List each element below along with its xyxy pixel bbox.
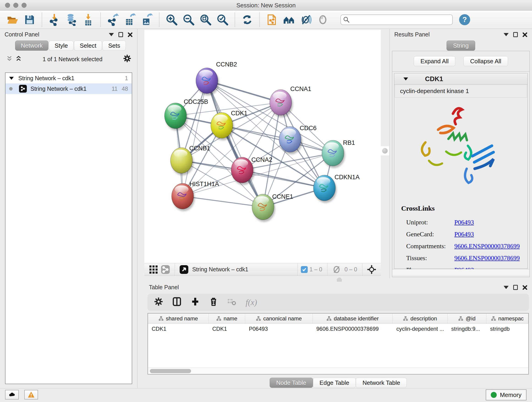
- import-network-database-button[interactable]: [64, 12, 78, 27]
- panel-float-icon[interactable]: [513, 285, 518, 290]
- table-cell[interactable]: CDK1: [148, 324, 209, 334]
- grid-view-icon[interactable]: [149, 265, 158, 274]
- zoom-out-button[interactable]: [181, 12, 196, 27]
- delete-column-icon[interactable]: [209, 297, 218, 307]
- network-node-RB1[interactable]: RB1: [322, 139, 355, 168]
- column-header-shared-name[interactable]: shared name: [148, 313, 209, 323]
- search-icon: [343, 17, 350, 23]
- column-header-namespac[interactable]: namespac: [486, 313, 528, 323]
- tab-style[interactable]: Style: [49, 41, 74, 51]
- zoom-fit-button[interactable]: [198, 12, 213, 27]
- network-options-gear-icon[interactable]: [123, 54, 131, 64]
- table-cell[interactable]: 9606.ENSP00000378699: [313, 324, 393, 334]
- table-row[interactable]: CDK1CDK1P064939606.ENSP00000378699cyclin…: [148, 324, 528, 334]
- cloud-status-button[interactable]: [5, 390, 19, 400]
- collection-expand-icon[interactable]: [9, 77, 14, 80]
- tab-string[interactable]: String: [447, 41, 475, 51]
- column-header-description[interactable]: description: [393, 313, 448, 323]
- string-home-button[interactable]: [282, 12, 296, 27]
- memory-button[interactable]: Memory: [486, 389, 526, 400]
- table-cell[interactable]: cyclin-dependent ...: [393, 324, 448, 334]
- network-edge-CCNB2-CCNE1[interactable]: [207, 81, 263, 207]
- tab-select[interactable]: Select: [74, 41, 102, 51]
- table-cell[interactable]: P06493: [245, 324, 312, 334]
- column-header-name[interactable]: name: [209, 313, 245, 323]
- table-cell[interactable]: stringdb:9...: [448, 324, 487, 334]
- zoom-in-button[interactable]: [165, 12, 179, 27]
- panel-menu-icon[interactable]: [504, 33, 509, 36]
- crosslink-link[interactable]: 9606.ENSP00000378699: [454, 254, 520, 262]
- network-node-CCNB1[interactable]: CCNB1: [171, 145, 210, 175]
- network-collection-row[interactable]: String Network – cdk1 1: [6, 73, 132, 83]
- tab-network[interactable]: Network: [15, 41, 48, 51]
- selected-items-checkbox[interactable]: [301, 266, 308, 273]
- network-node-CCNE1[interactable]: CCNE1: [252, 193, 293, 222]
- tab-sets[interactable]: Sets: [102, 41, 126, 51]
- table-panel-splitter[interactable]: [144, 279, 532, 282]
- share-document-button[interactable]: [265, 12, 279, 27]
- panel-close-icon[interactable]: [522, 32, 527, 37]
- network-node-CDKN1A[interactable]: CDKN1A: [313, 174, 360, 203]
- export-image-button[interactable]: [140, 12, 154, 27]
- table-options-gear-icon[interactable]: [154, 297, 163, 307]
- save-session-button[interactable]: [22, 12, 37, 27]
- network-node-CCNA1[interactable]: CCNA1: [270, 85, 311, 117]
- export-network-button[interactable]: [106, 12, 120, 27]
- network-share-icon[interactable]: [161, 265, 170, 274]
- table-horizontal-scrollbar[interactable]: [148, 368, 528, 374]
- clear-table-icon[interactable]: [227, 297, 236, 307]
- column-header-database-identifier[interactable]: database identifier: [313, 313, 393, 323]
- crosslink-link[interactable]: 9606.ENSP00000378699: [454, 242, 520, 250]
- network-node-CCNB2[interactable]: CCNB2: [196, 61, 237, 96]
- function-builder-icon[interactable]: f(x): [246, 298, 257, 307]
- crosslink-link[interactable]: P06493: [454, 230, 474, 238]
- birdseye-view-icon[interactable]: [179, 265, 189, 274]
- network-node-CDC6[interactable]: CDC6: [279, 125, 317, 154]
- node-label: CCNE1: [272, 193, 293, 200]
- table-cell[interactable]: stringdb: [486, 324, 528, 334]
- expand-all-button[interactable]: Expand All: [414, 56, 455, 66]
- zoom-selected-button[interactable]: [215, 12, 230, 27]
- tab-edge-table[interactable]: Edge Table: [313, 378, 356, 388]
- refresh-button[interactable]: [240, 12, 254, 27]
- crosslink-link[interactable]: P06493: [454, 219, 474, 226]
- export-table-button[interactable]: [123, 12, 137, 27]
- search-input[interactable]: [341, 14, 453, 25]
- tab-node-table[interactable]: Node Table: [270, 378, 313, 388]
- hide-enhanced-graphics-button[interactable]: [299, 12, 313, 27]
- panel-float-icon[interactable]: [513, 32, 518, 37]
- help-button[interactable]: ?: [459, 14, 470, 25]
- import-table-file-button[interactable]: [81, 12, 95, 27]
- network-row[interactable]: String Network – cdk1 11 48: [6, 83, 132, 94]
- column-header-@id[interactable]: @id: [448, 313, 487, 323]
- results-panel-splitter[interactable]: [381, 146, 389, 155]
- results-scrollbar[interactable]: [392, 269, 530, 275]
- panel-close-icon[interactable]: [522, 285, 527, 290]
- add-column-icon[interactable]: [191, 297, 200, 307]
- expand-all-networks-icon[interactable]: [15, 55, 22, 63]
- collapse-all-networks-icon[interactable]: [6, 55, 13, 63]
- panel-menu-icon[interactable]: [504, 286, 509, 289]
- panel-float-icon[interactable]: [119, 32, 123, 37]
- tab-network-table[interactable]: Network Table: [356, 378, 407, 388]
- warnings-button[interactable]: [24, 390, 38, 400]
- status-bar: Memory: [0, 388, 532, 402]
- gene-collapse-icon[interactable]: [404, 77, 408, 80]
- import-network-file-button[interactable]: [47, 12, 61, 27]
- table-cell[interactable]: CDK1: [209, 324, 245, 334]
- show-graphics-details-button[interactable]: [316, 12, 330, 27]
- network-node-HIST1H1A[interactable]: HIST1H1A: [172, 181, 219, 211]
- network-node-CCNA2[interactable]: CCNA2: [231, 156, 272, 185]
- collapse-all-button[interactable]: Collapse All: [463, 56, 508, 66]
- open-session-button[interactable]: [6, 12, 20, 27]
- network-edge-CCNA2-CDKN1A[interactable]: [242, 170, 324, 188]
- show-columns-icon[interactable]: [172, 297, 181, 307]
- column-header-canonical-name[interactable]: canonical name: [245, 313, 312, 323]
- panel-close-icon[interactable]: [128, 32, 133, 37]
- hidden-items-icon[interactable]: [332, 265, 341, 274]
- network-view[interactable]: CCNB2CCNA1CDC25BCDK1CDC6RB1CCNB1CCNA2CDK…: [144, 30, 381, 263]
- panel-menu-icon[interactable]: [109, 33, 114, 36]
- network-node-CDC25B[interactable]: CDC25B: [165, 98, 208, 131]
- gene-section-header[interactable]: CDK1: [394, 73, 527, 85]
- fit-content-crosshair-icon[interactable]: [367, 265, 376, 274]
